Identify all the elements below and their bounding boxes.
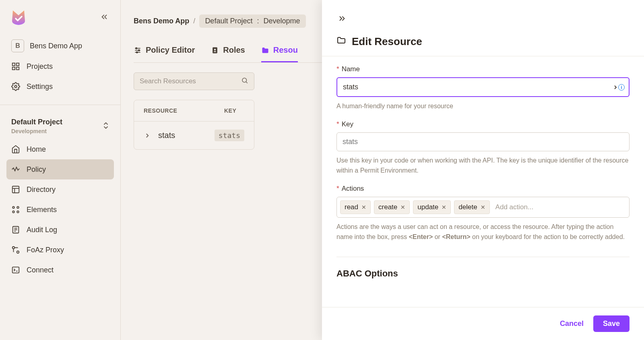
gear-icon — [11, 82, 20, 91]
svg-rect-0 — [12, 63, 15, 66]
project-selector[interactable]: Default Project Development — [6, 113, 114, 139]
svg-point-25 — [136, 52, 138, 53]
field-help: A human-friendly name for your resource — [336, 101, 630, 111]
sidebar-collapse-button[interactable] — [98, 10, 111, 23]
field-help: Use this key in your code or when workin… — [336, 155, 630, 176]
required-asterisk: * — [336, 65, 339, 73]
sidebar-item-label: Projects — [27, 62, 53, 71]
sidebar-item-label: FoAz Proxy — [27, 246, 64, 254]
resources-table: RESOURCE KEY stats stats — [134, 100, 254, 150]
svg-line-29 — [246, 82, 247, 83]
svg-point-24 — [138, 49, 140, 51]
field-label: Name — [342, 65, 360, 73]
svg-point-28 — [242, 78, 247, 82]
tab-label: Policy Editor — [146, 45, 195, 55]
table-row[interactable]: stats stats — [134, 122, 254, 149]
search-icon — [241, 77, 248, 86]
app-logo — [10, 8, 27, 26]
sidebar-item-label: Audit Log — [27, 226, 57, 234]
app-badge[interactable]: B Bens Demo App — [6, 35, 114, 56]
field-help: Actions are the ways a user can act on a… — [336, 222, 630, 242]
input-info-icon[interactable]: i — [613, 84, 625, 91]
svg-point-11 — [17, 211, 19, 213]
tab-resources[interactable]: Resou — [261, 40, 298, 62]
remove-tag-icon[interactable]: ✕ — [481, 204, 485, 210]
svg-rect-18 — [12, 267, 19, 273]
remove-tag-icon[interactable]: ✕ — [442, 204, 446, 210]
svg-rect-1 — [17, 63, 19, 66]
action-tag: create✕ — [374, 200, 410, 214]
audit-log-icon — [11, 225, 20, 234]
svg-point-17 — [17, 251, 19, 253]
svg-point-4 — [14, 85, 17, 88]
project-env: Development — [11, 128, 62, 134]
edit-resource-drawer: Edit Resource *Name i A human-friendly n… — [322, 0, 644, 340]
tab-label: Roles — [223, 45, 245, 55]
actions-input[interactable] — [493, 201, 626, 214]
sidebar-item-home[interactable]: Home — [6, 139, 114, 159]
project-name: Default Project — [11, 118, 62, 126]
sidebar-item-projects[interactable]: Projects — [6, 56, 114, 76]
svg-rect-2 — [12, 67, 15, 70]
sidebar-item-label: Policy — [27, 165, 46, 174]
field-label: Key — [342, 120, 353, 128]
sidebar-item-audit-log[interactable]: Audit Log — [6, 220, 114, 240]
required-asterisk: * — [336, 120, 339, 128]
sidebar-item-label: Elements — [27, 206, 57, 214]
drawer-title: Edit Resource — [322, 27, 644, 56]
chevrons-updown-icon — [103, 122, 109, 131]
sidebar-item-label: Home — [27, 145, 46, 154]
remove-tag-icon[interactable]: ✕ — [361, 204, 366, 210]
sidebar-item-directory[interactable]: Directory — [6, 179, 114, 200]
sidebar-item-foaz-proxy[interactable]: FoAz Proxy — [6, 240, 114, 260]
svg-point-8 — [12, 206, 14, 208]
field-key: *Key Use this key in your code or when w… — [336, 120, 630, 176]
name-input[interactable] — [336, 77, 630, 97]
cancel-button[interactable]: Cancel — [560, 319, 584, 328]
table-header: RESOURCE KEY — [134, 100, 254, 122]
search-input[interactable] — [140, 77, 241, 85]
sidebar-item-elements[interactable]: Elements — [6, 200, 114, 220]
breadcrumb-app[interactable]: Bens Demo App — [134, 17, 189, 25]
policy-icon — [11, 165, 20, 174]
drawer-footer: Cancel Save — [322, 307, 644, 340]
sliders-icon — [134, 46, 142, 54]
actions-tags-box[interactable]: read✕ create✕ update✕ delete✕ — [336, 197, 630, 218]
abac-options-heading: ABAC Options — [336, 257, 630, 279]
th-resource: RESOURCE — [144, 107, 224, 114]
sidebar-item-policy[interactable]: Policy — [6, 159, 114, 179]
sidebar-item-label: Settings — [27, 82, 53, 91]
sidebar: B Bens Demo App Projects Settings Defaul… — [0, 0, 121, 340]
sidebar-item-label: Directory — [27, 185, 56, 194]
directory-icon — [11, 185, 20, 194]
app-badge-name: Bens Demo App — [30, 42, 82, 50]
required-asterisk: * — [336, 185, 339, 193]
key-input[interactable] — [336, 132, 630, 151]
row-key: stats — [215, 130, 244, 141]
save-button[interactable]: Save — [593, 315, 630, 332]
terminal-icon — [11, 266, 20, 274]
drawer-close-button[interactable] — [336, 13, 348, 24]
field-label: Actions — [342, 185, 364, 193]
elements-icon — [11, 205, 20, 214]
home-icon — [11, 145, 20, 154]
svg-point-10 — [12, 211, 14, 213]
app-badge-letter: B — [11, 39, 24, 52]
sidebar-item-settings[interactable]: Settings — [6, 76, 114, 97]
action-tag: delete✕ — [454, 200, 489, 214]
sidebar-item-connect[interactable]: Connect — [6, 260, 114, 280]
search-box[interactable] — [134, 72, 254, 90]
divider — [0, 105, 120, 105]
remove-tag-icon[interactable]: ✕ — [400, 204, 405, 210]
th-key: KEY — [224, 107, 236, 114]
info-icon: i — [618, 84, 625, 91]
tab-roles[interactable]: Roles — [211, 40, 245, 62]
folder-icon — [261, 46, 269, 54]
tab-policy-editor[interactable]: Policy Editor — [134, 40, 195, 62]
svg-rect-5 — [12, 186, 19, 193]
badge-icon — [211, 46, 219, 54]
svg-point-27 — [214, 49, 216, 50]
svg-point-9 — [17, 206, 19, 208]
breadcrumb-project-pill[interactable]: Default Project : Developme — [199, 14, 305, 28]
chevron-right-icon[interactable] — [144, 132, 151, 139]
